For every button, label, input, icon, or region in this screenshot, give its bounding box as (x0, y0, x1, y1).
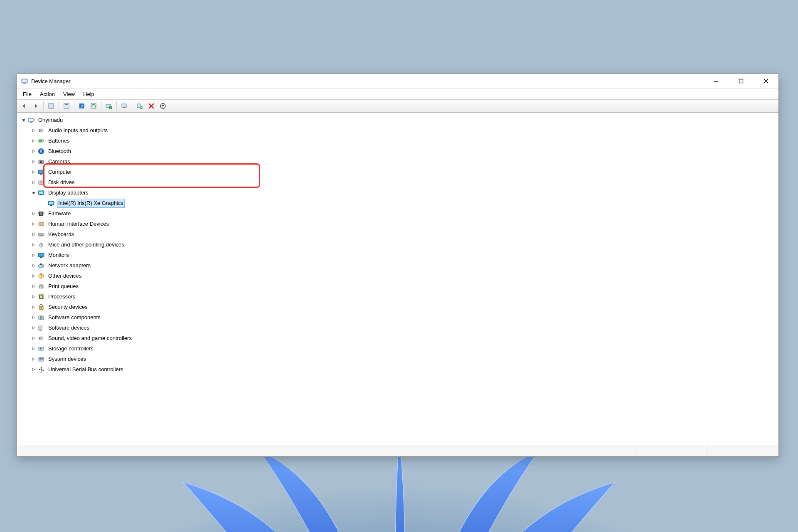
tree-category-18[interactable]: Software devices (21, 323, 778, 333)
chevron-right-icon[interactable] (31, 335, 37, 341)
tree-category-14[interactable]: Print queues (21, 281, 778, 291)
tree-category-11[interactable]: Monitors (21, 250, 778, 260)
nav-forward-icon[interactable] (30, 101, 41, 111)
tree-category-22[interactable]: Universal Serial Bus controllers (21, 364, 778, 374)
tree-category-21[interactable]: System devices (21, 354, 778, 364)
chevron-right-icon[interactable] (31, 180, 37, 185)
tree-item-label[interactable]: Sound, video and game controllers (47, 334, 133, 342)
chevron-right-icon[interactable] (31, 325, 37, 331)
tree-category-9[interactable]: Keyboards (21, 229, 778, 239)
svg-marker-33 (33, 243, 35, 246)
chevron-right-icon[interactable] (31, 273, 37, 279)
tree-category-6[interactable]: Display adapters (21, 187, 778, 198)
svg-marker-32 (33, 233, 35, 236)
help-icon[interactable]: ? (76, 101, 87, 111)
chevron-right-icon[interactable] (31, 159, 37, 165)
tree-item-label[interactable]: Mice and other pointing devices (47, 241, 125, 249)
chevron-right-icon[interactable] (31, 294, 37, 300)
tree-category-15[interactable]: Processors (21, 291, 778, 302)
chevron-right-icon[interactable] (31, 221, 37, 227)
add-legacy-icon[interactable] (158, 101, 168, 111)
tree-item-label[interactable]: Batteries (47, 137, 70, 145)
chevron-down-icon[interactable] (21, 117, 27, 123)
chevron-right-icon[interactable] (31, 232, 37, 237)
chevron-right-icon[interactable] (31, 211, 37, 217)
chevron-down-icon[interactable] (31, 190, 37, 196)
tree-category-20[interactable]: Storage controllers (21, 343, 778, 354)
status-seg-main (17, 445, 636, 456)
tree-category-13[interactable]: Other devices (21, 271, 778, 281)
chevron-right-icon[interactable] (31, 283, 37, 289)
chevron-right-icon[interactable] (31, 367, 37, 372)
chevron-right-icon[interactable] (31, 138, 37, 144)
chevron-right-icon[interactable] (31, 252, 37, 258)
tree-category-8[interactable]: Human Interface Devices (21, 219, 778, 229)
tree-item-label[interactable]: Firmware (47, 209, 71, 218)
chevron-right-icon[interactable] (31, 356, 37, 362)
chevron-right-icon[interactable] (31, 346, 37, 352)
menu-action[interactable]: Action (36, 89, 59, 99)
tree-item-label[interactable]: Processors (47, 293, 76, 301)
chevron-right-icon[interactable] (31, 304, 37, 310)
tree-item-label[interactable]: Onyimadu (37, 116, 64, 124)
tree-item-label[interactable]: Universal Serial Bus controllers (47, 365, 124, 374)
svg-marker-44 (33, 357, 35, 360)
chevron-right-icon[interactable] (31, 242, 37, 248)
nav-back-icon[interactable] (19, 101, 30, 111)
menu-help[interactable]: Help (79, 89, 99, 99)
tree-category-19[interactable]: Sound, video and game controllers (21, 333, 778, 343)
disable-icon[interactable] (134, 101, 145, 111)
close-button[interactable] (754, 74, 778, 88)
tree-item-label[interactable]: Software devices (47, 324, 90, 332)
tree-item-label[interactable]: Storage controllers (47, 345, 94, 353)
chevron-right-icon[interactable] (31, 148, 37, 154)
tree-category-0[interactable]: Audio inputs and outputs (21, 125, 778, 135)
tree-item-label[interactable]: Display adapters (47, 189, 89, 197)
tree-device-6-0[interactable]: Intel(R) Iris(R) Xe Graphics (21, 198, 778, 208)
tree-item-label[interactable]: Disk drives (47, 178, 76, 187)
tree-item-label[interactable]: Software components (47, 313, 101, 322)
svg-marker-28 (33, 181, 35, 184)
tree-category-5[interactable]: Disk drives (21, 177, 778, 187)
tree-category-16[interactable]: Security devices (21, 302, 778, 312)
tree-category-10[interactable]: Mice and other pointing devices (21, 239, 778, 250)
tree-category-3[interactable]: Cameras (21, 156, 778, 167)
uninstall-icon[interactable] (119, 101, 130, 111)
chevron-right-icon[interactable] (31, 128, 37, 133)
titlebar[interactable]: Device Manager (17, 74, 778, 88)
menu-view[interactable]: View (59, 89, 79, 99)
tree-category-1[interactable]: Batteries (21, 135, 778, 146)
tree-item-label[interactable]: Print queues (47, 282, 79, 291)
show-hidden-icon[interactable] (46, 101, 57, 111)
tree-item-label[interactable]: Security devices (47, 303, 89, 311)
chevron-right-icon[interactable] (31, 169, 37, 175)
tree-category-7[interactable]: Firmware (21, 208, 778, 219)
tree-item-label[interactable]: Computer (47, 168, 73, 176)
tree-item-label[interactable]: System devices (47, 355, 87, 363)
tree-item-label[interactable]: Network adapters (47, 261, 91, 270)
properties-icon[interactable] (61, 101, 72, 111)
tree-item-label[interactable]: Keyboards (47, 230, 75, 239)
tree-category-12[interactable]: Network adapters (21, 260, 778, 271)
tree-item-label[interactable]: Intel(R) Iris(R) Xe Graphics (57, 199, 124, 207)
tree-item-label[interactable]: Cameras (47, 158, 71, 166)
tree-category-4[interactable]: Computer (21, 167, 778, 177)
menu-file[interactable]: File (19, 89, 36, 99)
update-driver-icon[interactable] (88, 101, 99, 111)
tree-item-label[interactable]: Human Interface Devices (47, 220, 110, 228)
tree-item-label[interactable]: Audio inputs and outputs (47, 126, 108, 135)
tree-item-label[interactable]: Bluetooth (47, 147, 72, 155)
tree-category-2[interactable]: Bluetooth (21, 146, 778, 156)
svg-marker-23 (33, 129, 35, 132)
chevron-right-icon[interactable] (31, 315, 37, 320)
tree-item-label[interactable]: Other devices (47, 272, 82, 280)
minimize-button[interactable] (704, 74, 729, 88)
tree-item-label[interactable]: Monitors (47, 251, 70, 259)
remove-icon[interactable] (146, 101, 157, 111)
tree-root-computer[interactable]: Onyimadu (21, 115, 778, 125)
tree-category-17[interactable]: Software components (21, 312, 778, 323)
chevron-right-icon[interactable] (31, 263, 37, 268)
maximize-button[interactable] (729, 74, 754, 88)
scan-hardware-icon[interactable] (103, 101, 114, 111)
device-tree[interactable]: OnyimaduAudio inputs and outputsBatterie… (17, 113, 778, 444)
